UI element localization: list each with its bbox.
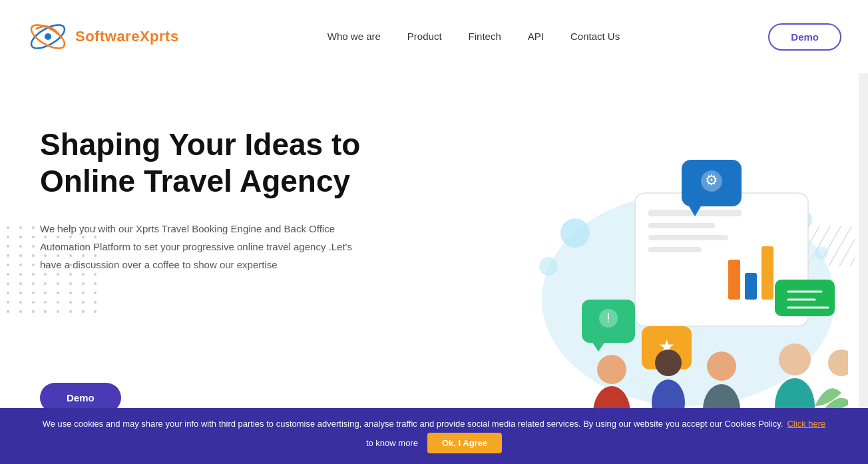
logo-icon [27,15,70,59]
brand-name: SoftwareXprts [75,28,179,45]
svg-point-32 [597,355,626,384]
nav-link-fintech[interactable]: Fintech [469,31,501,42]
svg-point-6 [560,218,590,248]
nav-item-who-we-are[interactable]: Who we are [327,31,381,43]
nav-item-contact-us[interactable]: Contact Us [570,31,620,43]
hero-section: for(let i=0;i<80;i++) document.write('<s… [0,73,868,433]
cookie-banner: We use cookies and may share your info w… [0,408,868,464]
brand-name-part2: prts [150,28,179,45]
hero-content: Shaping Your Ideas to Online Travel Agen… [40,100,360,274]
hero-description: We help you with our Xprts Travel Bookin… [40,220,359,274]
hero-title: Shaping Your Ideas to Online Travel Agen… [40,126,360,200]
cookie-link[interactable]: Click here [787,419,825,429]
logo[interactable]: SoftwareXprts [27,15,179,59]
svg-point-34 [655,349,682,376]
nav-demo-button[interactable]: Demo [768,23,841,51]
svg-rect-26 [775,280,835,316]
brand-name-part1: SoftwareX [75,28,150,45]
svg-point-36 [707,351,736,381]
hero-title-line2: Online Travel Agency [40,164,350,198]
nav-link-product[interactable]: Product [407,31,442,42]
nav-link-contact-us[interactable]: Contact Us [570,31,620,42]
navbar: SoftwareXprts Who we are Product Fintech… [0,0,868,73]
hero-illustration: ⚙ ! ★ [489,126,848,433]
svg-rect-12 [648,223,715,228]
nav-links: Who we are Product Fintech API Contact U… [327,31,620,43]
nav-link-who-we-are[interactable]: Who we are [327,31,381,42]
nav-item-fintech[interactable]: Fintech [469,31,501,43]
cookie-link-suffix: to know more [366,438,418,448]
nav-item-api[interactable]: API [528,31,544,43]
svg-rect-15 [728,260,740,300]
hero-title-line1: Shaping Your Ideas to [40,127,360,162]
svg-text:⚙: ⚙ [705,172,718,188]
nav-link-api[interactable]: API [528,31,544,42]
svg-point-9 [815,246,828,260]
svg-text:!: ! [606,310,610,325]
svg-rect-17 [761,246,773,300]
cookie-agree-button[interactable]: Ok, I Agree [427,433,502,453]
svg-point-40 [828,349,848,376]
svg-rect-13 [648,235,728,240]
nav-item-product[interactable]: Product [407,31,442,43]
svg-point-38 [779,344,811,375]
svg-rect-16 [745,273,757,300]
svg-point-2 [45,33,51,40]
svg-rect-14 [648,247,702,252]
cookie-message: We use cookies and may share your info w… [43,419,783,429]
svg-point-7 [539,257,558,276]
